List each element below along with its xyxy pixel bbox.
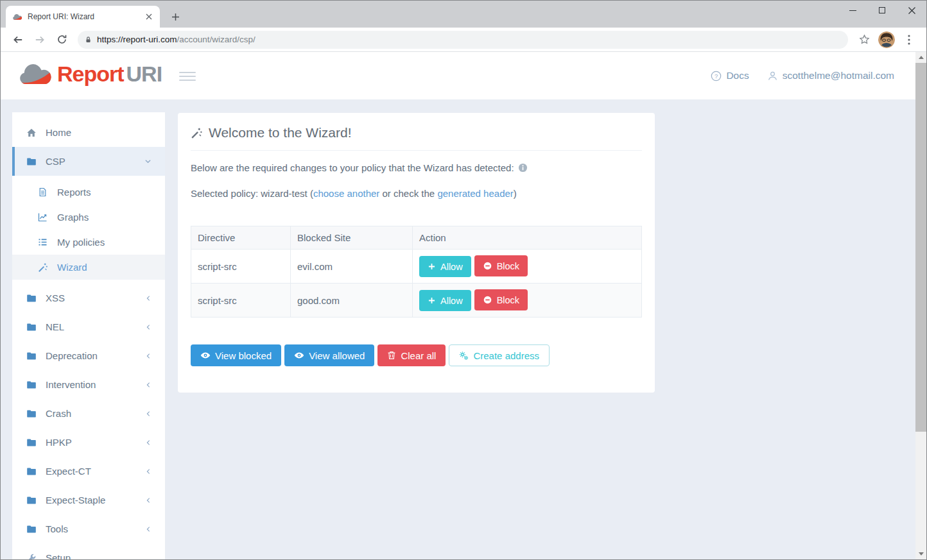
directive-cell: script-src (191, 284, 291, 318)
wizard-actions: View blockedView allowedClear allCreate … (191, 344, 642, 366)
plus-icon (428, 262, 436, 271)
block-button[interactable]: Block (474, 289, 528, 310)
profile-avatar[interactable] (878, 31, 895, 48)
view-allowed-button[interactable]: View allowed (284, 344, 374, 366)
blocked-site-cell: evil.com (291, 250, 413, 284)
logo-text-uri: URI (126, 62, 162, 86)
forward-icon[interactable] (31, 31, 49, 49)
document-icon (38, 187, 49, 197)
sidebar-item-wizard[interactable]: Wizard (12, 255, 165, 280)
logo-cloud-icon (17, 62, 53, 87)
back-icon[interactable] (9, 31, 27, 49)
column-header-blocked-site: Blocked Site (291, 226, 413, 250)
view-blocked-button[interactable]: View blocked (191, 344, 281, 366)
lock-icon (84, 35, 92, 44)
tab-close-icon[interactable] (143, 11, 155, 22)
hamburger-menu-icon[interactable] (179, 69, 196, 83)
docs-link[interactable]: ? Docs (711, 70, 749, 81)
directive-cell: script-src (191, 250, 291, 284)
sidebar-item-hpkp[interactable]: HPKP (12, 428, 165, 457)
chevron-left-icon (144, 323, 152, 331)
gears-icon (459, 351, 469, 361)
sidebar-item-expect-staple[interactable]: Expect-Staple (12, 486, 165, 514)
page-title: Welcome to the Wizard! (191, 113, 642, 151)
wand-icon (191, 127, 203, 139)
chevron-left-icon (144, 439, 152, 446)
allow-button[interactable]: Allow (419, 256, 471, 277)
favicon-cloud-icon (12, 13, 22, 21)
sidebar-item-xss[interactable]: XSS (12, 284, 165, 312)
browser-titlebar: Report URI: Wizard (1, 1, 926, 28)
window-controls (838, 1, 926, 20)
create-address-button[interactable]: Create address (449, 344, 550, 366)
scroll-down-icon[interactable] (915, 548, 926, 559)
user-icon (767, 71, 778, 81)
folder-icon (26, 293, 37, 303)
minimize-button[interactable] (838, 1, 867, 20)
folder-icon (26, 322, 37, 332)
chevron-left-icon (144, 294, 152, 302)
folder-icon (26, 524, 37, 534)
folder-icon (26, 466, 37, 477)
list-icon (38, 237, 49, 247)
folder-icon (26, 437, 37, 448)
choose-another-link[interactable]: choose another (313, 188, 379, 199)
graph-icon (38, 212, 49, 222)
allow-button[interactable]: Allow (419, 290, 471, 311)
sidebar-item-my-policies[interactable]: My policies (12, 230, 165, 255)
maximize-button[interactable] (867, 1, 897, 20)
eye-icon (294, 350, 304, 361)
sidebar-item-tools[interactable]: Tools (12, 514, 165, 543)
selected-policy-text: Selected policy: wizard-test (choose ano… (191, 188, 642, 199)
intro-text: Below are the required changes to your p… (191, 162, 642, 173)
folder-icon (26, 380, 37, 390)
sidebar-item-crash[interactable]: Crash (12, 399, 165, 428)
action-cell: AllowBlock (413, 284, 642, 318)
svg-text:?: ? (715, 72, 718, 79)
url-origin: https://report-uri.com (97, 35, 177, 44)
chevron-down-icon (144, 157, 152, 165)
block-button[interactable]: Block (474, 255, 528, 276)
sidebar-item-intervention[interactable]: Intervention (12, 370, 165, 399)
browser-tab[interactable]: Report URI: Wizard (6, 6, 160, 28)
page-scrollbar (915, 52, 926, 559)
action-cell: AllowBlock (413, 250, 642, 284)
sidebar-item-reports[interactable]: Reports (12, 180, 165, 205)
reload-icon[interactable] (53, 31, 71, 49)
url-path: /account/wizard/csp/ (177, 35, 256, 44)
trash-icon (387, 351, 396, 360)
sidebar-item-setup[interactable]: Setup (12, 543, 165, 560)
minus-circle-icon (483, 261, 492, 271)
wrench-icon (26, 553, 37, 560)
clear-all-button[interactable]: Clear all (377, 344, 446, 366)
chevron-left-icon (144, 410, 152, 418)
sidebar-item-graphs[interactable]: Graphs (12, 205, 165, 230)
chevron-left-icon (144, 381, 152, 389)
folder-icon (26, 495, 37, 505)
home-icon (26, 128, 37, 138)
generated-header-link[interactable]: generated header (437, 188, 513, 199)
blocked-site-cell: good.com (291, 284, 413, 318)
chevron-left-icon (144, 352, 152, 360)
sidebar-item-expect-ct[interactable]: Expect-CT (12, 457, 165, 486)
new-tab-button[interactable] (168, 9, 183, 24)
browser-menu-icon[interactable] (900, 31, 918, 49)
address-bar[interactable]: https://report-uri.com/account/wizard/cs… (78, 31, 848, 49)
sidebar-item-deprecation[interactable]: Deprecation (12, 341, 165, 370)
logo-text-report: Report (57, 62, 124, 86)
wizard-panel: Welcome to the Wizard! Below are the req… (178, 113, 655, 393)
report-uri-logo[interactable]: ReportURI (17, 62, 162, 87)
minus-circle-icon (483, 295, 492, 305)
scrollbar-thumb[interactable] (915, 63, 926, 432)
close-button[interactable] (897, 1, 926, 20)
chevron-left-icon (144, 525, 152, 533)
bookmark-star-icon[interactable] (855, 31, 873, 49)
browser-toolbar: https://report-uri.com/account/wizard/cs… (1, 28, 926, 52)
account-menu[interactable]: scotthelme@hotmail.com (767, 70, 894, 81)
sidebar-item-home[interactable]: Home (12, 118, 165, 147)
folder-icon (26, 409, 37, 419)
scroll-up-icon[interactable] (915, 52, 926, 63)
plus-icon (428, 296, 436, 305)
sidebar-item-csp[interactable]: CSP (12, 147, 165, 176)
sidebar-item-nel[interactable]: NEL (12, 312, 165, 341)
